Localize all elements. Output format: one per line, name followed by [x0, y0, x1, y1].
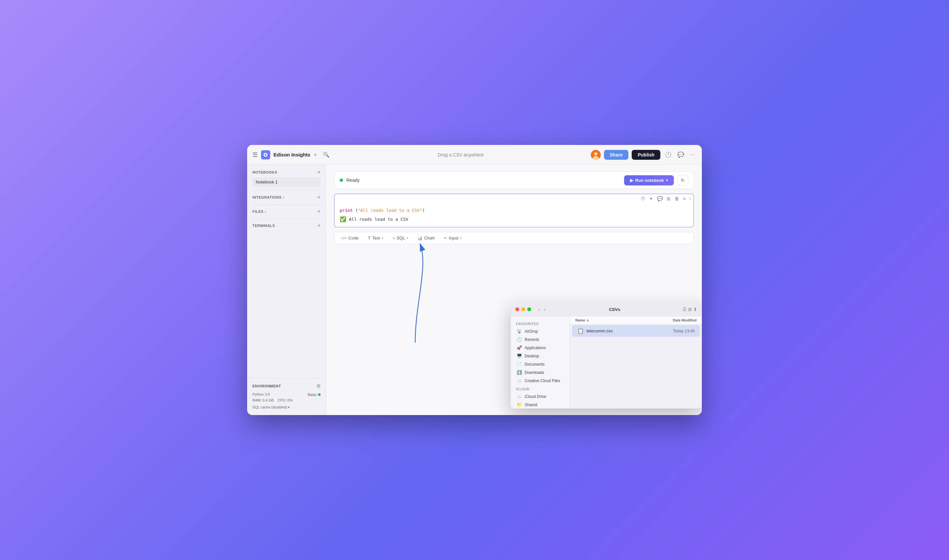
env-label: ENVIRONMENT — [253, 384, 281, 388]
finder-item-applications[interactable]: 🚀 Applications — [512, 343, 568, 352]
run-notebook-button[interactable]: ▶ Run notebook ▾ — [624, 175, 674, 185]
terminals-row[interactable]: TERMINALS + — [247, 220, 326, 231]
finder-item-documents[interactable]: 📄 Documents — [512, 360, 568, 368]
env-python: Python 3.9 — [253, 392, 270, 398]
hamburger-icon[interactable]: ☰ — [253, 151, 258, 158]
code-cell-wrapper: ⏱ ✦ 💬 ⊞ 🗑 ≡ 3 print ("All roads lead to … — [334, 194, 694, 227]
finder-label-airdrop: AirDrop — [525, 329, 538, 334]
finder-col-date[interactable]: Date Modified — [654, 318, 696, 322]
finder-item-cc-files[interactable]: ☁️ Creative Cloud Files — [512, 377, 568, 385]
finder-title: CSVs — [550, 307, 679, 312]
chart-tab-label: Chart — [424, 235, 434, 240]
main-layout: NOTEBOOKS + Notebook 1 INTEGRATIONS › + … — [247, 165, 702, 415]
finder-file-row[interactable]: 📋 telecomm.csv Today 13:49 — [572, 325, 700, 337]
refresh-button[interactable]: ↻ — [677, 175, 689, 185]
finder-label-desktop: Desktop — [525, 354, 539, 358]
env-status-dot — [318, 393, 320, 396]
publish-button[interactable]: Publish — [632, 150, 660, 160]
favourites-label: Favourites — [511, 320, 570, 327]
documents-icon: 📄 — [517, 362, 522, 367]
env-sql[interactable]: SQL cache (disabled) ▾ — [253, 405, 320, 411]
status-text: Ready — [346, 178, 621, 183]
sidebar: NOTEBOOKS + Notebook 1 INTEGRATIONS › + … — [247, 165, 326, 415]
finder-label-downloads: Downloads — [525, 370, 544, 375]
finder-grid-view[interactable]: ⊞ — [688, 307, 692, 312]
comment-icon[interactable]: 💬 — [676, 150, 686, 159]
sidebar-item-notebook1[interactable]: Notebook 1 — [253, 177, 320, 187]
titlebar: ☰ Edison Insights ▾ 🔍 Drag a CSV anywher… — [247, 145, 702, 165]
add-file-button[interactable]: + — [317, 209, 320, 214]
add-integration-button[interactable]: + — [317, 194, 320, 200]
finder-item-recents[interactable]: 🕐 Recents — [512, 335, 568, 343]
history-icon[interactable]: 🕐 — [664, 150, 673, 159]
app-logo — [261, 150, 270, 160]
run-chevron: ▾ — [666, 178, 668, 183]
clock-icon[interactable]: ⏱ — [640, 195, 646, 202]
add-terminal-button[interactable]: + — [317, 223, 320, 229]
finder-file-date: Today 13:49 — [652, 329, 695, 333]
integrations-label: INTEGRATIONS › — [253, 195, 284, 199]
finder-back-button[interactable]: ‹ — [537, 306, 541, 312]
env-resources: RAM: 0.4 GB CPU: 0% — [253, 398, 320, 403]
desktop-icon: 🖥️ — [517, 354, 522, 358]
search-icon[interactable]: 🔍 — [322, 150, 331, 159]
sql-tab-label: SQL — [396, 235, 405, 240]
files-row[interactable]: FILES › + — [247, 206, 326, 217]
tab-sql[interactable]: ≡ SQL ▾ — [388, 234, 412, 242]
comment-cell-icon[interactable]: 💬 — [656, 195, 663, 202]
tab-text[interactable]: T Text ▾ — [364, 234, 387, 242]
finder-close-dot[interactable] — [515, 307, 519, 311]
cell-toolbar: ⏱ ✦ 💬 ⊞ 🗑 ≡ 3 — [334, 194, 694, 203]
env-python-row: Python 3.9 Basic — [253, 392, 320, 398]
delete-icon[interactable]: 🗑 — [674, 195, 680, 202]
output-text: All roads lead to a CSV — [349, 217, 408, 222]
output-check-icon: ✅ — [340, 216, 346, 222]
env-settings-icon[interactable]: ⚙ — [316, 383, 320, 389]
finder-minimize-dot[interactable] — [521, 307, 525, 311]
drag-hint: Drag a CSV anywhere — [335, 152, 587, 157]
app-name-chevron[interactable]: ▾ — [314, 152, 316, 157]
input-tab-chevron: ▾ — [460, 236, 462, 240]
tab-chart[interactable]: 📊 Chart — [414, 234, 439, 242]
finder-item-downloads[interactable]: ⬇️ Downloads — [512, 368, 568, 377]
env-header: ENVIRONMENT ⚙ — [253, 383, 320, 389]
finder-col-name[interactable]: Name ∧ — [575, 318, 654, 322]
more-cell-icon[interactable]: ≡ — [682, 195, 686, 202]
code-cell[interactable]: print ("All roads lead to a CSV") ✅ All … — [334, 203, 694, 227]
finder-item-airdrop[interactable]: 📡 AirDrop — [512, 327, 568, 335]
finder-label-applications: Applications — [525, 346, 546, 350]
sql-tab-icon: ≡ — [393, 236, 395, 240]
app-title: Edison Insights — [274, 152, 310, 157]
share-button[interactable]: Share — [604, 150, 629, 160]
divider-2 — [253, 204, 320, 205]
notebooks-section: NOTEBOOKS + Notebook 1 — [247, 165, 326, 189]
notebooks-header: NOTEBOOKS + — [253, 169, 320, 175]
finder-item-desktop[interactable]: 🖥️ Desktop — [512, 352, 568, 360]
files-label: FILES › — [253, 209, 266, 214]
icloud-label: iCloud — [511, 385, 570, 392]
finder-maximize-dot[interactable] — [527, 307, 531, 311]
finder-list-view[interactable]: ☰ — [682, 307, 687, 312]
integrations-row[interactable]: INTEGRATIONS › + — [247, 192, 326, 203]
finder-view-controls: ☰ ⊞ ⬆ — [682, 307, 697, 312]
tab-code[interactable]: </> Code — [337, 234, 362, 242]
creative-cloud-icon: ☁️ — [517, 378, 522, 383]
table-icon[interactable]: ⊞ — [666, 195, 671, 202]
finder-forward-button[interactable]: › — [543, 306, 547, 312]
finder-item-icloud-drive[interactable]: ☁️ iCloud Drive — [512, 392, 568, 400]
magic-icon[interactable]: ✦ — [649, 195, 654, 202]
finder-nav: ‹ › — [537, 306, 547, 312]
tab-input[interactable]: ✏ Input ▾ — [440, 234, 465, 242]
add-notebook-button[interactable]: + — [317, 169, 320, 175]
text-tab-chevron: ▾ — [382, 236, 383, 240]
env-tier-badge: Basic — [308, 393, 320, 397]
avatar[interactable] — [591, 150, 601, 160]
finder-item-shared[interactable]: 📁 Shared — [512, 400, 568, 408]
code-tab-icon: </> — [341, 236, 347, 240]
notebook-area: Ready ▶ Run notebook ▾ ↻ ⏱ ✦ 💬 ⊞ — [326, 165, 702, 415]
cell-number: 3 — [689, 197, 691, 201]
output-line: ✅ All roads lead to a CSV — [340, 216, 689, 222]
cell-type-bar: </> Code T Text ▾ ≡ SQL ▾ 📊 — [334, 232, 694, 244]
finder-share-button[interactable]: ⬆ — [693, 307, 697, 312]
more-icon[interactable]: ⋯ — [689, 150, 696, 159]
